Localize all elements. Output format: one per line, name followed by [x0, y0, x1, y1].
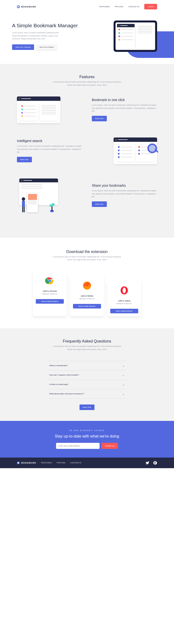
cta-label: 30,000 ALREADY JOINED	[17, 430, 157, 431]
nav-contacts[interactable]: CONTACTS	[128, 6, 139, 8]
feature2-desc: Lorem ipsum, dolor sit amet consectetur …	[17, 145, 82, 154]
svg-point-14	[122, 288, 126, 293]
footer-logo[interactable]: ◉ BOOKMARK	[17, 462, 36, 464]
opera-name: Add to opera	[110, 300, 138, 302]
logo-text: BOOKMARK	[21, 6, 36, 8]
downloads-sub: Lorem ipsum dolor sit amet consectetur a…	[51, 256, 123, 262]
faq-sub: Lorem ipsum dolor sit amet consectetur a…	[51, 345, 123, 351]
hero-title: A Simple Bookmark Manager	[12, 22, 114, 28]
chevron-down-icon: ⌄	[122, 383, 125, 386]
feature3-title: Share your bookmarks	[92, 184, 157, 188]
logo-icon: ◉	[17, 5, 20, 8]
download-card-firefox: Add to firefox Minimum version 62 Add & …	[70, 276, 104, 316]
footer-features[interactable]: FEATURES	[41, 462, 52, 464]
faq-title: Frequently Asked Questions	[17, 339, 157, 344]
footer-pricing[interactable]: PRICING	[57, 462, 66, 464]
email-input[interactable]	[56, 443, 100, 449]
download-card-opera: Add to opera Minimum version 62 Add & In…	[107, 281, 141, 316]
feature1-button[interactable]: More Info	[92, 116, 107, 121]
nav-pricing[interactable]: PRICING	[115, 6, 123, 8]
features-sub: Lorem ipsum dolor sit amet consectetur a…	[51, 80, 123, 87]
feature2-button[interactable]: More Info	[17, 157, 32, 162]
feature2-title: Intelligent searck	[17, 139, 82, 143]
firefox-button[interactable]: Get It On Firefox	[36, 44, 57, 50]
chrome-name: Add to chrome	[36, 290, 64, 292]
feature1-desc: Lorem ipsum, dolor sit amet consectetur …	[92, 104, 157, 113]
faq-more-button[interactable]: More Info	[80, 404, 94, 410]
svg-point-0	[22, 197, 25, 201]
twitter-icon[interactable]	[145, 461, 149, 465]
feature1-title: Bookmark in one click	[92, 98, 157, 102]
nav-features[interactable]: FEATURES	[99, 6, 110, 8]
svg-rect-3	[24, 207, 25, 212]
feature2-illustration	[114, 138, 157, 164]
chrome-icon	[45, 276, 55, 286]
svg-point-7	[52, 203, 55, 206]
hero-desc: Lorem ipsum dolor sit amet consectetur a…	[12, 31, 60, 40]
chrome-install-button[interactable]: Add & Install Extinsion	[36, 299, 64, 304]
chevron-down-icon: ⌄	[122, 392, 125, 396]
features-title: Features	[17, 75, 157, 79]
firefox-ver: Minimum version 62	[73, 298, 101, 300]
firefox-icon	[82, 281, 92, 290]
hero-illustration	[114, 20, 157, 52]
faq-item-1[interactable]: What is a Bookmark?⌄	[48, 361, 126, 370]
feature1-illustration	[17, 96, 60, 123]
chevron-down-icon: ⌄	[122, 364, 125, 367]
svg-rect-5	[52, 206, 52, 211]
download-card-chrome: Add to chrome Minimum version 62 Add & I…	[33, 271, 67, 316]
opera-icon	[119, 286, 129, 295]
svg-rect-2	[22, 207, 23, 212]
contact-button[interactable]: Contact Us	[101, 443, 118, 449]
firefox-install-button[interactable]: Add & Install Extinsion	[73, 304, 101, 308]
feature3-illustration	[17, 178, 60, 212]
firefox-name: Add to firefox	[73, 295, 101, 297]
cta-title: Stay up-to-date with what we're doing	[17, 434, 157, 438]
faq-item-3[interactable]: Is there a mobile app?⌄	[48, 380, 126, 389]
chrome-button[interactable]: Get It On Chrome	[12, 44, 34, 50]
faq-item-4[interactable]: What about ather Chromium browsers??⌄	[48, 389, 126, 399]
chrome-ver: Minimum version 62	[36, 293, 64, 295]
plant-icon	[48, 202, 56, 212]
faq-item-2[interactable]: How can I request a new browser?⌄	[48, 370, 126, 380]
svg-point-11	[49, 280, 51, 282]
login-button[interactable]: LOGIN	[144, 4, 157, 10]
svg-point-6	[50, 204, 52, 207]
feature3-desc: Lorem ipsum, dolor sit amet consectetur …	[92, 189, 157, 198]
logo[interactable]: ◉ BOOKMARK	[17, 5, 36, 8]
magnifier-icon	[147, 144, 161, 157]
chevron-down-icon: ⌄	[122, 374, 125, 377]
svg-rect-1	[22, 201, 25, 207]
opera-ver: Minimum version 62	[110, 303, 138, 304]
feature3-button[interactable]: More Info	[92, 202, 107, 207]
logo-icon: ◉	[17, 462, 20, 464]
downloads-title: Download the extension	[12, 250, 162, 254]
opera-install-button[interactable]: Add & Install Extinsion	[110, 309, 138, 313]
facebook-icon[interactable]	[153, 461, 157, 465]
footer-contacts[interactable]: CONTACTS	[70, 462, 81, 464]
